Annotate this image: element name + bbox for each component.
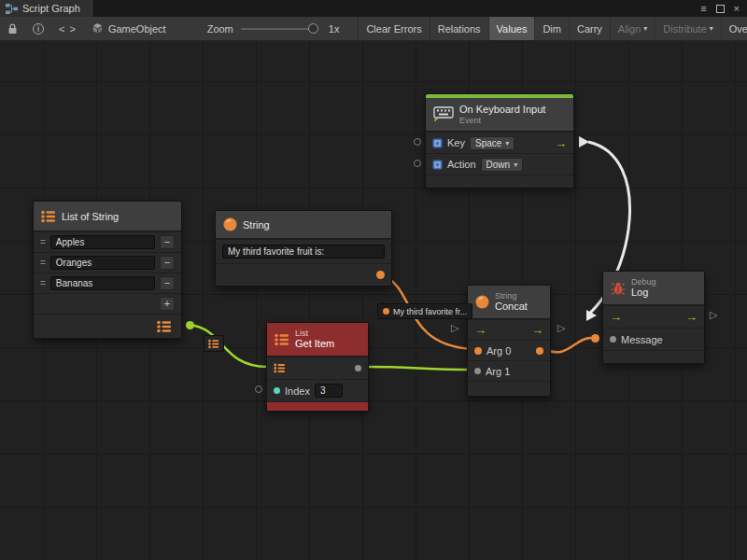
flow-in-port[interactable]: → (610, 311, 622, 323)
flow-out-port[interactable]: → (555, 137, 567, 149)
list-item-field[interactable]: Oranges (50, 256, 155, 270)
action-dropdown[interactable]: Down ▾ (481, 158, 524, 172)
clear-errors-button[interactable]: Clear Errors (358, 17, 429, 40)
add-item-button[interactable]: + (160, 297, 175, 311)
drag-handle-icon[interactable]: = (40, 278, 46, 288)
info-icon: i (33, 23, 44, 35)
list-output-row (34, 314, 181, 338)
list-out-port[interactable] (186, 321, 194, 329)
node-footer (426, 175, 573, 188)
graph-canvas[interactable]: On Keyboard Input Event Key Space ▾ → (0, 41, 747, 560)
index-in-port[interactable] (274, 387, 280, 394)
chevron-down-icon: ▾ (514, 161, 517, 169)
tab-title: Script Graph (22, 3, 80, 14)
list-item-field[interactable]: Bananas (50, 276, 155, 290)
edit-graph-button[interactable]: < > (51, 17, 84, 40)
values-button[interactable]: Values (488, 17, 535, 40)
node-header[interactable]: On Keyboard Input Event (426, 98, 573, 132)
script-graph-window: Script Graph ≡ × i < > (0, 0, 747, 560)
remove-item-button[interactable]: − (160, 276, 175, 290)
node-category: List (295, 329, 334, 338)
keyboard-icon (433, 106, 454, 122)
message-in-port[interactable] (610, 336, 616, 343)
node-get-item[interactable]: List Get Item Index 3 (266, 322, 369, 412)
string-out-port[interactable] (376, 271, 385, 279)
node-list-of-string[interactable]: List of String = Apples − = Oranges − = … (33, 201, 182, 339)
list-icon (208, 339, 219, 349)
dim-label: Dim (543, 23, 561, 35)
node-log[interactable]: Debug Log → → Message (602, 271, 705, 364)
node-title: On Keyboard Input (459, 104, 545, 116)
list-icon[interactable] (274, 363, 286, 373)
remove-item-button[interactable]: − (160, 256, 175, 270)
list-item-field[interactable]: Apples (50, 235, 155, 249)
keyboard-action-port[interactable] (414, 160, 421, 167)
clear-errors-label: Clear Errors (366, 23, 421, 35)
node-header[interactable]: List Get Item (267, 323, 368, 357)
bug-icon (611, 281, 626, 296)
arg1-in-port[interactable] (474, 368, 481, 374)
lock-icon (7, 23, 18, 35)
string-value-field[interactable]: My third favorite fruit is: (222, 245, 385, 259)
list-icon (157, 320, 172, 333)
key-dropdown[interactable]: Space ▾ (470, 136, 514, 150)
string-output-row (216, 263, 391, 286)
node-footer (603, 350, 704, 363)
log-flow-out-triangle[interactable]: ▷ (710, 310, 717, 320)
drag-handle-icon[interactable]: = (40, 237, 46, 247)
node-header[interactable]: String (216, 211, 391, 239)
value-dot-icon (383, 308, 389, 315)
node-on-keyboard-input[interactable]: On Keyboard Input Event Key Space ▾ → (425, 93, 574, 189)
node-concat[interactable]: String Concat → → Arg 0 Arg 1 (467, 285, 551, 397)
lock-button[interactable] (0, 17, 25, 40)
overview-button[interactable]: Overv (721, 17, 747, 40)
dim-button[interactable]: Dim (534, 17, 569, 40)
node-title: Get Item (295, 338, 334, 350)
list-item-row: = Bananas − (34, 273, 181, 293)
flow-arrowhead (586, 310, 597, 321)
node-header[interactable]: Debug Log (603, 272, 704, 305)
node-header[interactable]: List of String (34, 202, 181, 231)
flow-in-port[interactable]: → (474, 324, 486, 336)
relations-button[interactable]: Relations (430, 17, 488, 40)
info-button[interactable]: i (25, 17, 51, 40)
index-row: Index 3 (267, 379, 368, 401)
result-out-port[interactable] (536, 347, 543, 355)
window-menu-icon[interactable]: ≡ (700, 3, 706, 14)
graph-toolbar: i < > GameObject Zoom 1x Clear Errors Re (0, 17, 747, 41)
node-header[interactable]: String Concat (468, 286, 550, 319)
concat-flow-in-triangle[interactable]: ▷ (451, 323, 458, 333)
values-label: Values (497, 23, 528, 35)
getitem-index-port[interactable] (255, 385, 262, 393)
distribute-label: Distribute (663, 23, 706, 35)
flow-out-port[interactable]: → (685, 311, 698, 323)
zoom-slider-knob[interactable] (308, 23, 318, 34)
align-button[interactable]: Align ▾ (610, 17, 655, 40)
distribute-button[interactable]: Distribute ▾ (655, 17, 720, 40)
item-out-port[interactable] (355, 365, 361, 371)
concat-flow-out-triangle[interactable]: ▷ (557, 323, 565, 333)
node-string-literal[interactable]: String My third favorite fruit is: (215, 210, 392, 287)
wire-getitem-to-concat (369, 367, 470, 370)
close-icon[interactable]: × (734, 3, 740, 14)
carry-button[interactable]: Carry (569, 17, 610, 40)
remove-item-button[interactable]: − (160, 235, 175, 249)
arg0-in-port[interactable] (474, 347, 482, 355)
tab-script-graph[interactable]: Script Graph (0, 0, 94, 17)
flow-out-port[interactable]: → (531, 324, 543, 336)
index-field[interactable]: 3 (315, 384, 343, 398)
zoom-slider[interactable] (241, 28, 314, 30)
keyboard-key-port[interactable] (414, 138, 421, 146)
string-icon (223, 217, 237, 231)
window-controls: ≡ × (700, 0, 747, 17)
flow-row: → → (603, 305, 704, 328)
key-icon (432, 138, 443, 148)
wire-concat-to-log (544, 338, 591, 352)
maximize-icon[interactable] (716, 5, 725, 13)
drag-handle-icon[interactable]: = (40, 258, 46, 268)
log-message-wire-port[interactable] (591, 334, 599, 343)
key-row: Key Space ▾ → (426, 132, 573, 153)
align-label: Align (618, 23, 641, 35)
code-icon: < > (59, 23, 77, 35)
gameobject-field[interactable]: GameObject (84, 17, 174, 40)
